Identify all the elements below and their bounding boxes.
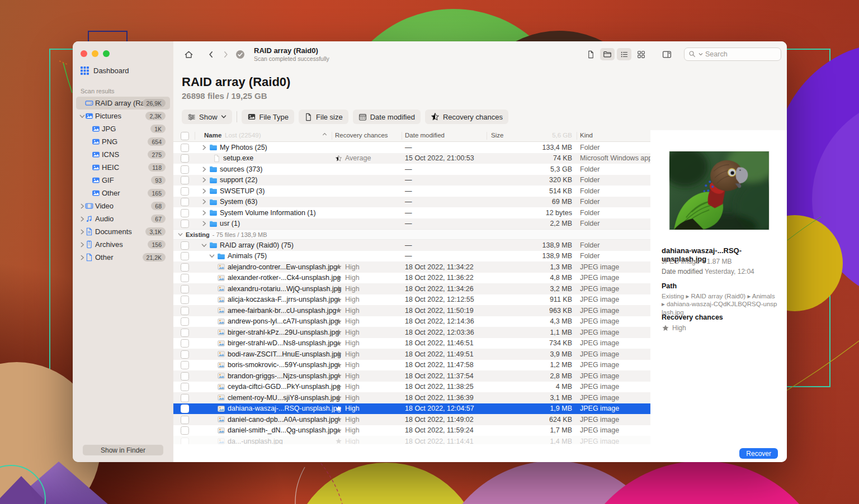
row-checkbox[interactable] xyxy=(181,165,189,174)
row-checkbox[interactable] xyxy=(181,176,189,184)
row-checkbox[interactable] xyxy=(181,361,189,369)
table-row[interactable]: setup.exeAverage15 Oct 2022, 21:00:5374 … xyxy=(173,153,650,164)
sidebar-item-dashboard[interactable]: Dashboard xyxy=(81,66,129,75)
sidebar-item-raid-array-rai-[interactable]: RAID array (Rai...26,9K xyxy=(76,97,170,110)
sidebar-item-pictures[interactable]: Pictures2,3K xyxy=(76,110,170,122)
toggle-preview-panel-button[interactable] xyxy=(659,48,674,60)
file-size: 12 bytes xyxy=(484,207,572,218)
column-date-modified[interactable]: Date modified xyxy=(405,132,445,139)
sort-indicator[interactable] xyxy=(322,132,327,137)
row-checkbox[interactable] xyxy=(181,154,189,163)
row-checkbox[interactable] xyxy=(181,241,189,250)
file-view-button[interactable] xyxy=(583,48,598,60)
back-button[interactable] xyxy=(204,48,218,60)
row-checkbox[interactable] xyxy=(181,329,189,337)
table-row[interactable]: dahiana-waszaj-...RSQ-unsplash.jpgHigh18… xyxy=(173,403,650,415)
sidebar-item-png[interactable]: PNG654 xyxy=(76,135,170,148)
forward-button[interactable] xyxy=(218,48,233,60)
row-checkbox[interactable] xyxy=(181,187,189,196)
file-size: 74 KB xyxy=(484,153,572,164)
filter-date-modified-button[interactable]: Date modified xyxy=(353,110,421,124)
table-row[interactable]: My Photos (25)—133,4 MBFolder xyxy=(173,142,650,153)
row-checkbox[interactable] xyxy=(181,252,189,260)
sidebar-item-video[interactable]: Video68 xyxy=(76,199,170,212)
row-checkbox[interactable] xyxy=(181,339,189,348)
row-checkbox[interactable] xyxy=(181,220,189,228)
scan-status-button[interactable] xyxy=(233,48,247,60)
table-row[interactable]: alexander-rotker-...Ck4-unsplash.jpgHigh… xyxy=(173,273,650,284)
search-input[interactable]: Search xyxy=(684,47,781,61)
row-checkbox[interactable] xyxy=(181,405,189,413)
table-row[interactable]: da...-unsplash.jpgHigh18 Oct 2022, 11:14… xyxy=(173,436,650,444)
row-checkbox[interactable] xyxy=(181,209,189,217)
row-checkbox[interactable] xyxy=(181,274,189,282)
row-checkbox[interactable] xyxy=(181,372,189,381)
row-checkbox[interactable] xyxy=(181,317,189,326)
show-filter-button[interactable]: Show xyxy=(182,110,232,124)
row-checkbox[interactable] xyxy=(181,198,189,206)
column-size[interactable]: Size xyxy=(491,132,503,139)
column-recovery-chances[interactable]: Recovery chances xyxy=(335,132,388,139)
table-row[interactable]: RAID array (Raid0) (75)—138,9 MBFolder xyxy=(173,240,650,251)
filter-file-type-button[interactable]: File Type xyxy=(242,110,295,124)
table-row[interactable]: sources (373)—5,3 GBFolder xyxy=(173,164,650,175)
list-view-button[interactable] xyxy=(617,48,631,60)
row-checkbox[interactable] xyxy=(181,383,189,391)
column-name[interactable]: Name xyxy=(204,132,221,139)
table-row[interactable]: support (22)—320 KBFolder xyxy=(173,175,650,186)
sidebar-item-audio[interactable]: Audio67 xyxy=(76,212,170,225)
table-row[interactable]: clement-roy-MU...sjiY8-unsplash.jpgHigh1… xyxy=(173,392,650,403)
table-row[interactable]: alicja-koczaska-F...jrrs-unsplash.jpgHig… xyxy=(173,294,650,306)
table-row[interactable]: System (63)—69 MBFolder xyxy=(173,197,650,208)
row-checkbox[interactable] xyxy=(181,438,189,445)
table-row[interactable]: usr (1)—2,2 MBFolder xyxy=(173,218,650,230)
row-checkbox[interactable] xyxy=(181,307,189,315)
row-checkbox[interactable] xyxy=(181,394,189,402)
minimize-window-button[interactable] xyxy=(92,50,98,57)
table-row[interactable]: alejandro-contrer...Ew-unsplash.jpgHigh1… xyxy=(173,261,650,273)
table-row[interactable]: andrew-pons-lyl...cA7I-unsplash.jpgHigh1… xyxy=(173,316,650,327)
table-row[interactable]: bodi-raw-ZSCIT...HnuE-unsplash.jpgHigh18… xyxy=(173,349,650,360)
row-checkbox[interactable] xyxy=(181,350,189,359)
home-button[interactable] xyxy=(181,48,196,60)
filter-recovery-chances-button[interactable]: Recovery chances xyxy=(425,110,508,124)
row-checkbox[interactable] xyxy=(181,296,189,304)
sidebar-item-gif[interactable]: GIF93 xyxy=(76,174,170,187)
sidebar-item-heic[interactable]: HEIC118 xyxy=(76,161,170,174)
table-row[interactable]: brandon-griggs-...Njzs-unsplash.jpgHigh1… xyxy=(173,370,650,382)
zoom-window-button[interactable] xyxy=(103,50,110,57)
table-row[interactable]: System Volume Information (1)—12 bytesFo… xyxy=(173,207,650,218)
table-row[interactable]: amee-fairbank-br...cU-unsplash.jpgHigh18… xyxy=(173,305,650,316)
sidebar-item-other[interactable]: Other165 xyxy=(76,187,170,199)
sidebar-item-icns[interactable]: ICNS275 xyxy=(76,148,170,161)
close-window-button[interactable] xyxy=(81,50,87,57)
sidebar-item-other[interactable]: Other21,2K xyxy=(76,251,170,264)
row-checkbox[interactable] xyxy=(181,285,189,293)
column-kind[interactable]: Kind xyxy=(580,132,593,139)
grid-view-button[interactable] xyxy=(634,48,648,60)
sidebar-item-documents[interactable]: Documents3,1K xyxy=(76,225,170,238)
row-checkbox[interactable] xyxy=(181,263,189,272)
table-row[interactable]: daniel-cano-dpb...A0A-unsplash.jpgHigh18… xyxy=(173,414,650,425)
table-row[interactable]: birger-strahl-wD...Ns8-unsplash.jpgHigh1… xyxy=(173,338,650,349)
recover-button[interactable]: Recover xyxy=(739,448,778,459)
sidebar-item-label: HEIC xyxy=(102,163,119,172)
row-checkbox[interactable] xyxy=(181,416,189,424)
select-all-checkbox[interactable] xyxy=(181,132,189,140)
folder-view-button[interactable] xyxy=(600,48,615,60)
table-row[interactable]: alexandru-rotariu...WjQ-unsplash.jpgHigh… xyxy=(173,283,650,294)
show-in-finder-button[interactable]: Show in Finder xyxy=(83,445,163,455)
sidebar-item-jpg[interactable]: JPG1K xyxy=(76,122,170,135)
table-row[interactable]: birger-strahl-kPz...29U-unsplash.jpgHigh… xyxy=(173,327,650,338)
window-title-block: RAID array (Raid0) Scan completed succes… xyxy=(254,46,329,62)
table-row[interactable]: boris-smokrovic-...59Y-unsplash.jpgHigh1… xyxy=(173,360,650,371)
section-header-existing[interactable]: Existing - 75 files / 138,9 MB xyxy=(173,229,650,240)
table-row[interactable]: daniel-smith-_dN...Qg-unsplash.jpgHigh18… xyxy=(173,425,650,436)
table-row[interactable]: ceyda-ciftci-GGD...PkY-unsplash.jpgHigh1… xyxy=(173,382,650,393)
filter-file-size-button[interactable]: File size xyxy=(299,110,348,124)
row-checkbox[interactable] xyxy=(181,144,189,152)
row-checkbox[interactable] xyxy=(181,426,189,435)
table-row[interactable]: Animals (75)—138,9 MBFolder xyxy=(173,251,650,262)
table-row[interactable]: SWSETUP (3)—514 KBFolder xyxy=(173,186,650,197)
sidebar-item-archives[interactable]: Archives156 xyxy=(76,238,170,251)
